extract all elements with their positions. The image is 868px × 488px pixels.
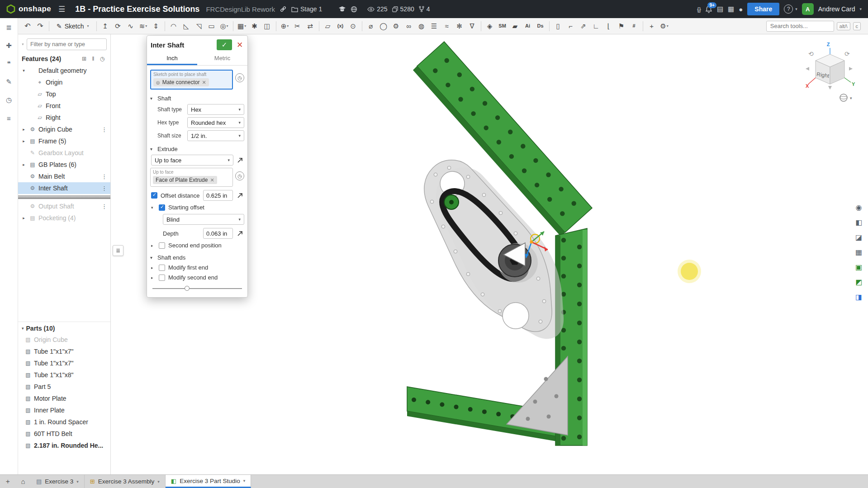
dialog-preview-slider[interactable] <box>152 285 242 292</box>
app-grid-icon[interactable]: ▦ <box>728 5 734 13</box>
end-condition-select[interactable]: Up to face ▾ <box>151 155 233 166</box>
sketch-point-field[interactable]: Sketch point to place shaft ◎ Mate conne… <box>150 70 233 90</box>
mate-connector-chip[interactable]: ◎ Mate connector ✕ <box>153 78 209 86</box>
tree-caret-icon[interactable]: ▸ <box>21 127 27 132</box>
feature-tree-item[interactable]: ▸▤Pocketing (4) <box>18 212 110 224</box>
view-tools-icon[interactable]: ◉ <box>853 202 864 213</box>
user-avatar[interactable]: A <box>802 3 814 15</box>
tree-caret-icon[interactable]: ▸ <box>21 139 27 143</box>
add-tab-button[interactable]: ＋ <box>0 475 15 488</box>
feature-tree-item[interactable]: ⌖Origin <box>18 76 110 88</box>
modify-second-end-checkbox[interactable] <box>159 275 165 281</box>
boolean-icon[interactable]: ⊕▾ <box>279 20 291 32</box>
gear-generator-icon[interactable]: ⚙ <box>390 20 402 32</box>
second-end-checkbox[interactable] <box>159 242 165 249</box>
second-end-mod-caret-icon[interactable]: ▸ <box>151 275 156 280</box>
tab-caret-icon[interactable]: ▾ <box>157 479 160 484</box>
flip-direction-icon[interactable] <box>236 156 244 164</box>
properties-panel-icon[interactable]: ≡ <box>4 113 14 123</box>
part-list-item[interactable]: ▧Part 5 <box>18 381 110 393</box>
feature-tree-item[interactable]: ▸▤Frame (5) <box>18 135 110 147</box>
chamfer-icon[interactable]: ◺ <box>180 20 192 32</box>
starting-offset-checkbox[interactable] <box>159 204 165 211</box>
suppress-icon[interactable]: ‖ <box>89 56 98 62</box>
tab-exercise-3-assembly[interactable]: ⊞Exercise 3 Assembly▾ <box>85 475 166 488</box>
face-selection-toggle-icon[interactable]: ◷ <box>235 171 244 180</box>
sketch-visibility-icon[interactable]: ▣ <box>853 261 864 273</box>
pan-right-arrow-icon[interactable] <box>849 67 853 71</box>
share-button[interactable]: Share <box>747 3 779 15</box>
feature-menu-dots-icon[interactable]: ⋮ <box>100 203 109 210</box>
tree-caret-icon[interactable]: ▸ <box>21 162 27 167</box>
section-caret-icon[interactable]: ▾ <box>150 96 155 101</box>
notifications-bell-icon[interactable]: 9+ <box>705 5 712 13</box>
feature-tree-item[interactable]: ⚙Inter Shaft⋮ <box>18 182 110 194</box>
corner-tool-icon[interactable]: ⌊ <box>603 20 615 32</box>
linear-pattern-icon[interactable]: ▦▾ <box>236 20 248 32</box>
feature-menu-dots-icon[interactable]: ⋮ <box>100 185 109 192</box>
breadcrumb-folder[interactable]: Stage 1 <box>291 5 322 13</box>
tree-caret-icon[interactable]: ▸ <box>21 216 27 220</box>
pan-left-arrow-icon[interactable] <box>806 67 809 71</box>
sphere-tool-icon[interactable]: ◯ <box>378 20 389 32</box>
comments-panel-icon[interactable]: ❝ <box>4 59 14 69</box>
split-icon[interactable]: ✂ <box>292 20 304 32</box>
fillet-icon[interactable]: ◠ <box>168 20 180 32</box>
confirm-button[interactable]: ✓ <box>217 39 232 50</box>
tab-exercise-3-part-studio[interactable]: ◧Exercise 3 Part Studio▾ <box>166 475 251 488</box>
starting-offset-type-select[interactable]: Blind ▾ <box>163 214 244 225</box>
user-menu-chevron-icon[interactable]: ▾ <box>859 7 862 11</box>
pulley-generator-icon[interactable]: ◍ <box>416 20 427 32</box>
filter-tool-icon[interactable]: ∇ <box>466 20 478 32</box>
part-list-item[interactable]: ▧Origin Cube <box>18 334 110 346</box>
export-icon[interactable]: ⇗ <box>578 20 589 32</box>
circular-pattern-icon[interactable]: ✱ <box>249 20 261 32</box>
starting-offset-caret-icon[interactable]: ▾ <box>151 205 156 210</box>
section-view-icon[interactable]: ◪ <box>853 232 864 243</box>
tab-metric[interactable]: Metric <box>197 52 247 65</box>
cancel-button[interactable]: ✕ <box>236 40 244 50</box>
hamburger-menu-icon[interactable]: ☰ <box>56 5 68 14</box>
parts-caret-icon[interactable]: ▾ <box>22 326 24 331</box>
flag-icon[interactable]: ⚑ <box>616 20 627 32</box>
clipboard-panel-icon[interactable]: ▤ <box>717 5 723 13</box>
feature-menu-dots-icon[interactable]: ⋮ <box>100 126 109 133</box>
mate-connector-toggle-icon[interactable]: ◷ <box>235 73 244 82</box>
section-caret-icon[interactable]: ▾ <box>150 147 155 152</box>
part-list-item[interactable]: ▧Tube 1"x1"x7" <box>18 346 110 357</box>
shell-icon[interactable]: ▭ <box>206 20 218 32</box>
home-tab-button[interactable]: ⌂ <box>15 475 31 488</box>
markup-panel-icon[interactable]: ✎ <box>4 77 14 87</box>
modify-first-end-checkbox[interactable] <box>159 265 165 271</box>
spring-generator-icon[interactable]: ≈ <box>441 20 453 32</box>
feature-tree-item[interactable]: ▸⚙Origin Cube⋮ <box>18 123 110 135</box>
sheet-metal-icon[interactable]: SM <box>497 20 508 32</box>
slider-track[interactable] <box>152 288 242 289</box>
up-to-face-field[interactable]: Up to face Face of Plate Extrude ✕ <box>150 168 233 187</box>
link-icon[interactable] <box>280 5 287 13</box>
shaft-type-select[interactable]: Hex ▾ <box>187 104 244 115</box>
second-end-caret-icon[interactable]: ▸ <box>151 243 156 248</box>
feature-tree-item[interactable]: ▸▤GB Plates (6) <box>18 159 110 171</box>
extrude-icon[interactable]: ↥ <box>100 20 111 32</box>
pan-down-arrow-icon[interactable] <box>828 86 832 90</box>
plane-icon[interactable]: ▱ <box>322 20 334 32</box>
mirror-icon[interactable]: ◫ <box>261 20 273 32</box>
draft-icon[interactable]: ◹ <box>193 20 205 32</box>
spec-table-icon[interactable]: ☰ <box>428 20 440 32</box>
feature-tree-item[interactable]: ✎Gearbox Layout <box>18 147 110 159</box>
insert-feature-icon[interactable]: ⊞ <box>80 56 89 62</box>
feature-tree-item[interactable]: ⚙Output Shaft⋮ <box>18 200 110 212</box>
feature-tree-item[interactable]: ▱Right <box>18 112 110 123</box>
sheet-metal-flatten-icon[interactable]: ▰ <box>509 20 521 32</box>
tab-caret-icon[interactable]: ▾ <box>243 479 246 483</box>
rotate-ccw-icon[interactable]: ⟲ <box>808 50 814 57</box>
toolbar-settings-icon[interactable]: ⚙▾ <box>659 20 670 32</box>
measure-icon[interactable]: ∟ <box>590 20 602 32</box>
insert-panel-icon[interactable]: ✚ <box>4 41 14 51</box>
remove-chip-icon[interactable]: ✕ <box>210 177 214 183</box>
rotate-cw-icon[interactable]: ⟳ <box>844 50 850 57</box>
ai-advisor-icon[interactable]: Ai <box>522 20 534 32</box>
gusset-plate[interactable] <box>507 356 568 435</box>
offset-distance-checkbox[interactable] <box>151 192 157 199</box>
